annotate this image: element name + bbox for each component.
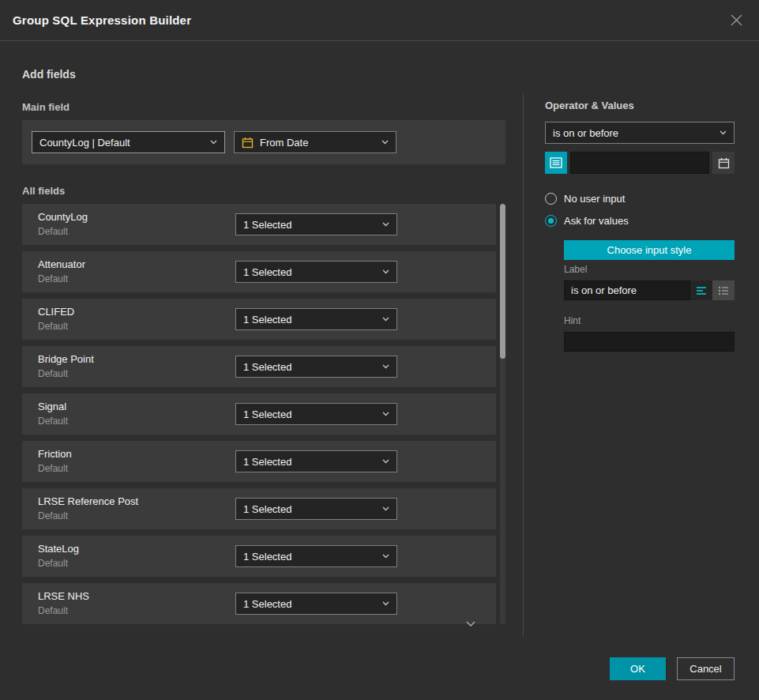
chevron-down-icon [381, 140, 389, 145]
field-values-select-value: 1 Selected [243, 456, 376, 468]
radio-circle-icon [545, 193, 557, 205]
field-name: CountyLog [38, 211, 88, 223]
scrollbar-thumb[interactable] [500, 204, 505, 359]
field-name: LRSE NHS [38, 590, 89, 602]
field-subtitle: Default [38, 510, 68, 521]
list-scrollbar[interactable] [500, 204, 505, 624]
field-row: CountyLog Default 1 Selected [22, 204, 496, 245]
main-field-label: Main field [22, 101, 70, 113]
field-values-select-value: 1 Selected [243, 598, 376, 610]
value-input[interactable] [570, 152, 709, 174]
chevron-down-icon [382, 222, 389, 227]
field-values-select[interactable]: 1 Selected [235, 403, 397, 425]
field-subtitle: Default [38, 368, 68, 379]
operator-select[interactable]: is on or before [545, 122, 735, 144]
field-row: Signal Default 1 Selected [22, 393, 496, 435]
radio-no-user-input[interactable]: No user input [545, 193, 625, 205]
field-values-select[interactable]: 1 Selected [235, 450, 397, 472]
set-from-field-button[interactable] [545, 152, 567, 174]
field-values-select[interactable]: 1 Selected [235, 498, 397, 520]
field-name: Friction [38, 448, 72, 460]
field-values-select[interactable]: 1 Selected [235, 545, 397, 567]
field-name: Bridge Point [38, 353, 94, 365]
calendar-picker-button[interactable] [712, 152, 735, 174]
hint-input[interactable] [564, 332, 735, 352]
field-row: Bridge Point Default 1 Selected [22, 346, 496, 387]
chevron-down-icon [382, 364, 389, 369]
list-input-style-icon-button[interactable] [712, 280, 735, 300]
chevron-down-icon [720, 130, 727, 135]
field-name: StateLog [38, 543, 79, 555]
radio-label: No user input [564, 193, 625, 205]
field-row: LRSE NHS Default 1 Selected [22, 583, 496, 624]
chevron-down-icon [382, 506, 389, 511]
field-subtitle: Default [38, 416, 68, 427]
single-line-input-style-icon-button[interactable] [690, 280, 712, 300]
field-row: Friction Default 1 Selected [22, 441, 496, 482]
field-row: LRSE Reference Post Default 1 Selected [22, 488, 496, 529]
all-fields-label: All fields [22, 185, 65, 197]
operator-select-value: is on or before [553, 127, 713, 139]
chevron-down-icon [210, 140, 217, 145]
field-subtitle: Default [38, 463, 68, 474]
cancel-button[interactable]: Cancel [677, 657, 735, 680]
layer-select-value: CountyLog | Default [39, 137, 204, 149]
field-row: CLIFED Default 1 Selected [22, 299, 496, 340]
main-field-select[interactable]: From Date [234, 131, 396, 153]
field-values-select-value: 1 Selected [243, 503, 376, 515]
field-row: Attenuator Default 1 Selected [22, 251, 496, 292]
field-name: Attenuator [38, 258, 85, 270]
field-subtitle: Default [38, 558, 68, 569]
field-subtitle: Default [38, 273, 68, 284]
field-values-select[interactable]: 1 Selected [235, 261, 397, 283]
all-fields-list: CountyLog Default 1 Selected Attenuator … [22, 204, 496, 630]
field-values-select[interactable]: 1 Selected [235, 308, 397, 330]
chevron-down-icon [382, 601, 389, 606]
field-values-select-value: 1 Selected [243, 266, 376, 278]
field-values-select-value: 1 Selected [243, 219, 376, 231]
add-fields-heading: Add fields [22, 68, 76, 81]
label-input[interactable] [564, 280, 690, 300]
value-input-row [545, 152, 735, 174]
radio-ask-for-values[interactable]: Ask for values [545, 215, 629, 227]
field-subtitle: Default [38, 605, 68, 616]
field-values-select[interactable]: 1 Selected [235, 356, 397, 378]
group-sql-expression-builder-dialog: Group SQL Expression Builder Add fields … [0, 0, 759, 700]
field-row: StateLog Default 1 Selected [22, 536, 496, 577]
dialog-title: Group SQL Expression Builder [13, 13, 727, 27]
layer-select[interactable]: CountyLog | Default [32, 131, 225, 153]
chevron-down-icon [382, 554, 389, 559]
hint-field-label: Hint [564, 315, 581, 326]
operator-values-heading: Operator & Values [545, 100, 634, 111]
label-input-row [564, 280, 735, 300]
field-values-select-value: 1 Selected [243, 551, 376, 563]
chevron-down-icon [382, 269, 389, 274]
field-values-select[interactable]: 1 Selected [235, 593, 397, 615]
field-values-select[interactable]: 1 Selected [235, 213, 397, 235]
radio-circle-selected-icon [545, 215, 557, 227]
field-name: Signal [38, 401, 66, 412]
field-subtitle: Default [38, 321, 68, 332]
field-subtitle: Default [38, 226, 68, 237]
field-name: CLIFED [38, 306, 74, 318]
field-values-select-value: 1 Selected [243, 314, 376, 326]
chevron-down-icon [382, 317, 389, 322]
scroll-down-chevron-icon [466, 621, 475, 627]
calendar-icon [242, 137, 254, 149]
choose-input-style-button[interactable]: Choose input style [564, 240, 735, 260]
main-field-select-value: From Date [260, 137, 375, 149]
panel-divider [523, 93, 524, 637]
main-field-panel: CountyLog | Default From Date [22, 120, 505, 164]
label-field-label: Label [564, 264, 587, 275]
field-values-select-value: 1 Selected [243, 408, 376, 420]
close-icon[interactable] [727, 10, 746, 30]
ok-button[interactable]: OK [610, 657, 666, 680]
dialog-titlebar: Group SQL Expression Builder [0, 0, 759, 41]
chevron-down-icon [382, 459, 389, 464]
chevron-down-icon [382, 412, 389, 416]
field-values-select-value: 1 Selected [243, 361, 376, 373]
field-name: LRSE Reference Post [38, 495, 138, 507]
radio-label: Ask for values [564, 215, 629, 227]
